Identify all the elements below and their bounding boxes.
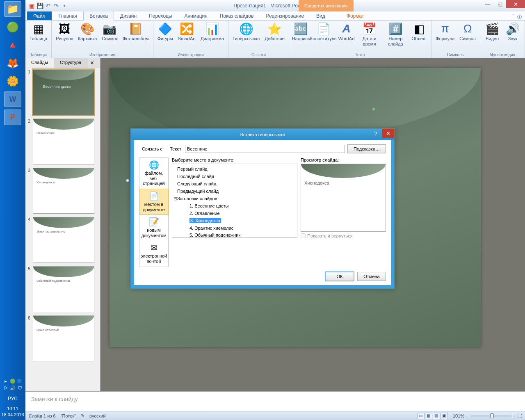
slide-thumb-1[interactable]: Весенние цветы [33,69,94,115]
tree-prev-slide[interactable]: Предыдущий слайд [173,188,296,195]
slidenumber-button[interactable]: #️⃣Номер слайда [383,21,408,47]
explorer-icon[interactable]: 📁 [4,1,21,17]
aimp-icon[interactable]: 🔺 [4,37,21,53]
show-return-checkbox[interactable]: Показать и вернуться [301,233,386,238]
tree-slide-titles[interactable]: ⊟Заголовки слайдов [173,195,296,203]
reading-view-button[interactable]: ▤ [433,413,440,419]
tab-animation[interactable]: Анимация [178,11,213,20]
tab-transitions[interactable]: Переходы [143,11,178,20]
tab-design[interactable]: Дизайн [114,11,143,20]
tree-slide-4[interactable]: 4. Эрантис хиемелис [173,225,296,232]
slides-tab[interactable]: Слайды [25,58,54,68]
word-icon[interactable]: W [4,91,21,107]
chart-button[interactable]: 📊Диаграмма [199,21,226,42]
action-button[interactable]: ⭐Действие [263,21,286,42]
audio-button[interactable]: 🔊Звук [503,21,522,42]
shapes-button[interactable]: 🔷Фигуры [156,21,175,42]
zoom-slider[interactable] [470,415,511,417]
sorter-view-button[interactable]: ▦ [425,413,432,419]
minimize-button[interactable]: — [482,0,494,8]
language-indicator[interactable]: РУС [8,396,18,402]
tree-slide-5[interactable]: 5. Обычный подснежник [173,232,296,237]
link-to-place[interactable]: 📄местом в документе [139,189,168,215]
firefox-icon[interactable]: 🦊 [4,55,21,71]
slide-thumb-2[interactable]: Оглавление [33,119,94,164]
tab-file[interactable]: Файл [27,11,52,20]
sel-rotate-handle[interactable] [372,107,375,111]
zoom-out-button[interactable]: − [466,413,468,418]
chrome-icon[interactable]: 🟢 [4,19,21,35]
smartart-button[interactable]: 🔀SmartArt [176,21,197,42]
picture-button[interactable]: 🖼Рисунок [54,21,75,42]
tab-view[interactable]: Вид [310,11,331,20]
link-to-email[interactable]: ✉электронной почтой [139,241,168,266]
save-icon[interactable]: 💾 [36,2,43,9]
spellcheck-icon[interactable]: ✎ [81,413,84,418]
tab-format[interactable]: Формат [340,11,370,20]
tree-slide-1[interactable]: 1. Весенние цветы [173,203,296,210]
powerpoint-icon[interactable]: P [4,110,21,125]
textbox-button[interactable]: 🔤Надпись [292,21,310,42]
place-tree[interactable]: Первый слайд Последний слайд Следующий с… [172,164,297,237]
ok-button[interactable]: ОК [325,272,354,281]
link-to-newdoc[interactable]: 📝новым документом [139,215,168,240]
clipart-button[interactable]: 🎨Картинка [76,21,99,42]
zoom-in-button[interactable]: + [513,413,516,418]
table-button[interactable]: ▦Таблица [28,21,49,42]
group-illustrations: Иллюстрации [156,52,226,58]
status-bar: Слайд 1 из 6 "Поток" ✎ русский ▭ ▦ ▤ ▣ 1… [25,411,525,420]
qat-more-icon[interactable]: ▾ [61,2,68,9]
dialog-close-button[interactable]: ✕ [382,129,394,138]
slide-thumb-6[interactable]: Ирис сетчатый [33,315,94,361]
normal-view-button[interactable]: ▭ [417,413,425,419]
video-button[interactable]: 🎬Видео [483,21,502,42]
close-button[interactable]: ✕ [506,0,525,8]
slide-thumb-5[interactable]: Обычный подснежник [33,266,94,312]
cancel-button[interactable]: Отмена [357,272,386,281]
tray-icons[interactable]: ▸🟢🔵🏳🔊🛡 [3,378,23,391]
hyperlink-button[interactable]: 🌐Гиперссылка [231,21,261,42]
fit-button[interactable]: ⛶ [517,413,522,418]
link-to-file[interactable]: 🌐файлом, веб- страницей [139,158,168,189]
tree-first-slide[interactable]: Первый слайд [173,166,296,173]
select-place-label: Выберите место в документе: [172,158,297,162]
equation-button[interactable]: πФормула [434,21,456,42]
tree-last-slide[interactable]: Последний слайд [173,173,296,180]
slide-thumb-3[interactable]: Хионодокса [33,168,94,214]
dialog-titlebar[interactable]: Вставка гиперссылки ? ✕ [131,129,394,140]
screenshot-button[interactable]: 📷Снимок [100,21,119,42]
symbol-button[interactable]: ΩСимвол [458,21,477,42]
datetime-button[interactable]: 📅Дата и время [358,21,381,47]
app-icon[interactable]: ▣ [28,2,35,9]
display-text-input[interactable] [185,145,345,153]
outline-tab[interactable]: Структура [54,58,87,68]
wordart-button[interactable]: AWordArt [337,21,356,42]
screentip-button[interactable]: Подсказка… [347,144,386,153]
minimize-ribbon-icon[interactable]: ˆ [512,14,514,20]
tab-review[interactable]: Рецензирование [260,11,310,20]
notes-pane[interactable]: Заметки к слайду [25,391,525,411]
close-panel-icon[interactable]: ✕ [87,58,96,68]
undo-icon[interactable]: ↶ [44,2,52,9]
tab-home[interactable]: Главная [52,11,84,20]
headerfooter-button[interactable]: 📄Колонтитулы [312,21,336,42]
object-button[interactable]: ◧Объект [410,21,429,42]
redo-icon[interactable]: ↷ [52,2,60,9]
tree-slide-3[interactable]: 3. Хионодокса [173,217,296,225]
status-theme: "Поток" [61,413,76,418]
help-icon[interactable]: ⓘ [517,14,522,20]
sel-handle[interactable] [126,179,129,182]
tree-next-slide[interactable]: Следующий слайд [173,180,296,188]
slide-thumb-4[interactable]: Эрантис хиемелис [33,217,94,263]
zoom-control[interactable]: 101% − + ⛶ [453,413,522,418]
dialog-help-icon[interactable]: ? [370,129,382,138]
icq-icon[interactable]: 🌼 [4,73,21,89]
clock[interactable]: 10:1118.04.2013 [1,406,24,418]
tab-insert[interactable]: Вставка [83,11,114,21]
status-lang[interactable]: русский [89,413,105,418]
maximize-button[interactable]: ◱ [494,0,506,8]
tab-slideshow[interactable]: Показ слайдов [214,11,260,20]
album-button[interactable]: 📔Фотоальбом [121,21,151,42]
tree-slide-2[interactable]: 2. Оглавление [173,210,296,217]
slideshow-view-button[interactable]: ▣ [441,413,448,419]
